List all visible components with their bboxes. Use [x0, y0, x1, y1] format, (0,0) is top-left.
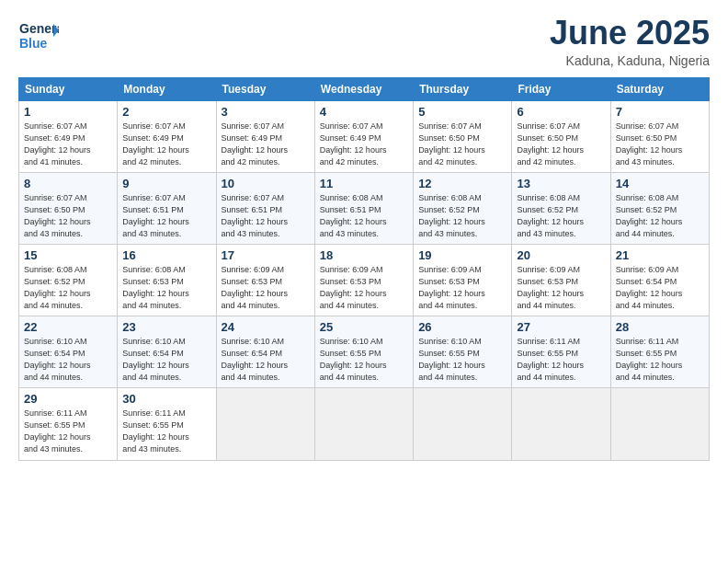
table-row: 1Sunrise: 6:07 AM Sunset: 6:49 PM Daylig… — [19, 100, 118, 172]
day-info: Sunrise: 6:11 AM Sunset: 6:55 PM Dayligh… — [122, 408, 210, 455]
day-number: 24 — [222, 320, 310, 334]
day-info: Sunrise: 6:07 AM Sunset: 6:50 PM Dayligh… — [418, 121, 506, 168]
day-number: 10 — [222, 177, 310, 190]
day-info: Sunrise: 6:10 AM Sunset: 6:54 PM Dayligh… — [222, 336, 310, 384]
table-row: 6Sunrise: 6:07 AM Sunset: 6:50 PM Daylig… — [512, 100, 610, 172]
table-row — [610, 388, 709, 460]
table-row: 11Sunrise: 6:08 AM Sunset: 6:51 PM Dayli… — [314, 172, 413, 244]
day-number: 1 — [24, 105, 112, 119]
day-number: 16 — [122, 248, 210, 262]
day-info: Sunrise: 6:09 AM Sunset: 6:53 PM Dayligh… — [418, 264, 506, 312]
day-info: Sunrise: 6:08 AM Sunset: 6:52 PM Dayligh… — [616, 192, 704, 240]
day-number: 3 — [222, 105, 310, 119]
day-number: 13 — [517, 177, 605, 190]
day-number: 17 — [222, 248, 310, 262]
day-number: 15 — [24, 248, 112, 262]
table-row: 4Sunrise: 6:07 AM Sunset: 6:49 PM Daylig… — [314, 100, 413, 172]
day-number: 7 — [616, 105, 704, 119]
day-number: 14 — [616, 177, 704, 190]
day-number: 21 — [616, 248, 704, 262]
day-number: 30 — [122, 392, 210, 406]
table-row: 2Sunrise: 6:07 AM Sunset: 6:49 PM Daylig… — [118, 100, 216, 172]
table-row: 19Sunrise: 6:09 AM Sunset: 6:53 PM Dayli… — [414, 244, 512, 316]
day-info: Sunrise: 6:11 AM Sunset: 6:55 PM Dayligh… — [24, 408, 112, 455]
day-info: Sunrise: 6:10 AM Sunset: 6:55 PM Dayligh… — [320, 336, 408, 384]
day-info: Sunrise: 6:09 AM Sunset: 6:53 PM Dayligh… — [320, 264, 408, 312]
calendar-week-row: 1Sunrise: 6:07 AM Sunset: 6:49 PM Daylig… — [19, 100, 710, 172]
day-number: 2 — [122, 105, 210, 119]
day-info: Sunrise: 6:07 AM Sunset: 6:49 PM Dayligh… — [24, 121, 112, 168]
table-row: 25Sunrise: 6:10 AM Sunset: 6:55 PM Dayli… — [314, 316, 413, 388]
day-info: Sunrise: 6:09 AM Sunset: 6:53 PM Dayligh… — [517, 264, 605, 312]
col-saturday: Saturday — [610, 77, 709, 100]
svg-text:Blue: Blue — [19, 36, 48, 51]
day-info: Sunrise: 6:10 AM Sunset: 6:54 PM Dayligh… — [24, 336, 112, 384]
table-row: 5Sunrise: 6:07 AM Sunset: 6:50 PM Daylig… — [414, 100, 512, 172]
table-row: 12Sunrise: 6:08 AM Sunset: 6:52 PM Dayli… — [414, 172, 512, 244]
col-monday: Monday — [118, 77, 216, 100]
day-info: Sunrise: 6:11 AM Sunset: 6:55 PM Dayligh… — [517, 336, 605, 384]
day-info: Sunrise: 6:07 AM Sunset: 6:49 PM Dayligh… — [122, 121, 210, 168]
location: Kaduna, Kaduna, Nigeria — [550, 53, 710, 68]
day-info: Sunrise: 6:07 AM Sunset: 6:49 PM Dayligh… — [320, 121, 408, 168]
table-row: 23Sunrise: 6:10 AM Sunset: 6:54 PM Dayli… — [118, 316, 216, 388]
table-row: 27Sunrise: 6:11 AM Sunset: 6:55 PM Dayli… — [512, 316, 610, 388]
calendar-table: Sunday Monday Tuesday Wednesday Thursday… — [18, 77, 710, 461]
day-info: Sunrise: 6:08 AM Sunset: 6:52 PM Dayligh… — [418, 192, 506, 240]
calendar-header-row: Sunday Monday Tuesday Wednesday Thursday… — [19, 77, 710, 100]
day-info: Sunrise: 6:07 AM Sunset: 6:51 PM Dayligh… — [222, 192, 310, 240]
table-row: 3Sunrise: 6:07 AM Sunset: 6:49 PM Daylig… — [216, 100, 314, 172]
col-tuesday: Tuesday — [216, 77, 314, 100]
day-info: Sunrise: 6:08 AM Sunset: 6:51 PM Dayligh… — [320, 192, 408, 240]
day-number: 11 — [320, 177, 408, 190]
day-info: Sunrise: 6:07 AM Sunset: 6:49 PM Dayligh… — [222, 121, 310, 168]
day-info: Sunrise: 6:09 AM Sunset: 6:54 PM Dayligh… — [616, 264, 704, 312]
day-number: 9 — [122, 177, 210, 190]
day-number: 18 — [320, 248, 408, 262]
table-row: 20Sunrise: 6:09 AM Sunset: 6:53 PM Dayli… — [512, 244, 610, 316]
day-info: Sunrise: 6:09 AM Sunset: 6:53 PM Dayligh… — [222, 264, 310, 312]
day-number: 5 — [418, 105, 506, 119]
title-area: June 2025 Kaduna, Kaduna, Nigeria — [550, 15, 710, 68]
day-number: 29 — [24, 392, 112, 406]
table-row — [414, 388, 512, 460]
day-info: Sunrise: 6:10 AM Sunset: 6:55 PM Dayligh… — [418, 336, 506, 384]
day-number: 27 — [517, 320, 605, 334]
calendar-week-row: 8Sunrise: 6:07 AM Sunset: 6:50 PM Daylig… — [19, 172, 710, 244]
day-info: Sunrise: 6:08 AM Sunset: 6:52 PM Dayligh… — [517, 192, 605, 240]
day-info: Sunrise: 6:07 AM Sunset: 6:50 PM Dayligh… — [24, 192, 112, 240]
logo: General Blue — [18, 15, 59, 55]
table-row — [512, 388, 610, 460]
day-number: 4 — [320, 105, 408, 119]
day-info: Sunrise: 6:08 AM Sunset: 6:53 PM Dayligh… — [122, 264, 210, 312]
table-row — [314, 388, 413, 460]
day-number: 28 — [616, 320, 704, 334]
calendar-week-row: 29Sunrise: 6:11 AM Sunset: 6:55 PM Dayli… — [19, 388, 710, 460]
day-info: Sunrise: 6:08 AM Sunset: 6:52 PM Dayligh… — [24, 264, 112, 312]
table-row: 7Sunrise: 6:07 AM Sunset: 6:50 PM Daylig… — [610, 100, 709, 172]
day-info: Sunrise: 6:11 AM Sunset: 6:55 PM Dayligh… — [616, 336, 704, 384]
calendar-week-row: 22Sunrise: 6:10 AM Sunset: 6:54 PM Dayli… — [19, 316, 710, 388]
day-info: Sunrise: 6:10 AM Sunset: 6:54 PM Dayligh… — [122, 336, 210, 384]
table-row: 22Sunrise: 6:10 AM Sunset: 6:54 PM Dayli… — [19, 316, 118, 388]
day-number: 25 — [320, 320, 408, 334]
table-row: 14Sunrise: 6:08 AM Sunset: 6:52 PM Dayli… — [610, 172, 709, 244]
table-row — [216, 388, 314, 460]
day-number: 19 — [418, 248, 506, 262]
day-number: 23 — [122, 320, 210, 334]
svg-text:General: General — [19, 21, 59, 36]
day-number: 6 — [517, 105, 605, 119]
table-row: 16Sunrise: 6:08 AM Sunset: 6:53 PM Dayli… — [118, 244, 216, 316]
day-number: 8 — [24, 177, 112, 190]
table-row: 21Sunrise: 6:09 AM Sunset: 6:54 PM Dayli… — [610, 244, 709, 316]
col-friday: Friday — [512, 77, 610, 100]
col-sunday: Sunday — [19, 77, 118, 100]
day-number: 12 — [418, 177, 506, 190]
table-row: 8Sunrise: 6:07 AM Sunset: 6:50 PM Daylig… — [19, 172, 118, 244]
day-info: Sunrise: 6:07 AM Sunset: 6:51 PM Dayligh… — [122, 192, 210, 240]
col-wednesday: Wednesday — [314, 77, 413, 100]
col-thursday: Thursday — [414, 77, 512, 100]
day-number: 22 — [24, 320, 112, 334]
table-row: 9Sunrise: 6:07 AM Sunset: 6:51 PM Daylig… — [118, 172, 216, 244]
month-title: June 2025 — [550, 15, 710, 52]
